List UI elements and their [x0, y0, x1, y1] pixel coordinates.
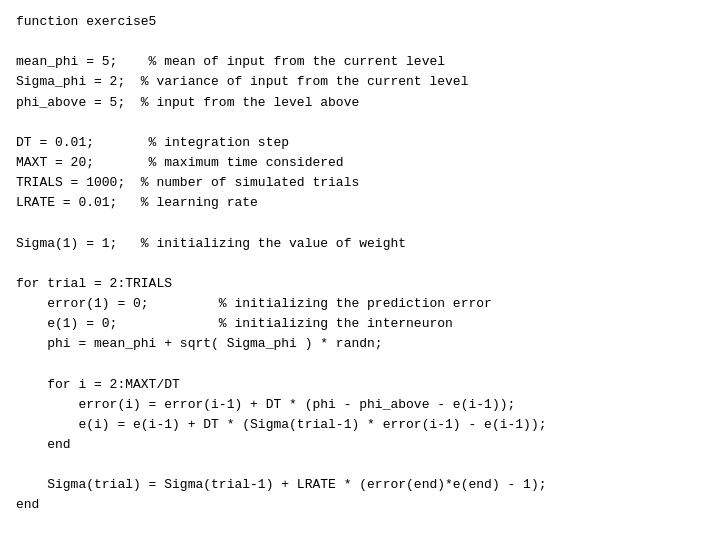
code-display: function exercise5 mean_phi = 5; % mean …: [16, 12, 687, 534]
